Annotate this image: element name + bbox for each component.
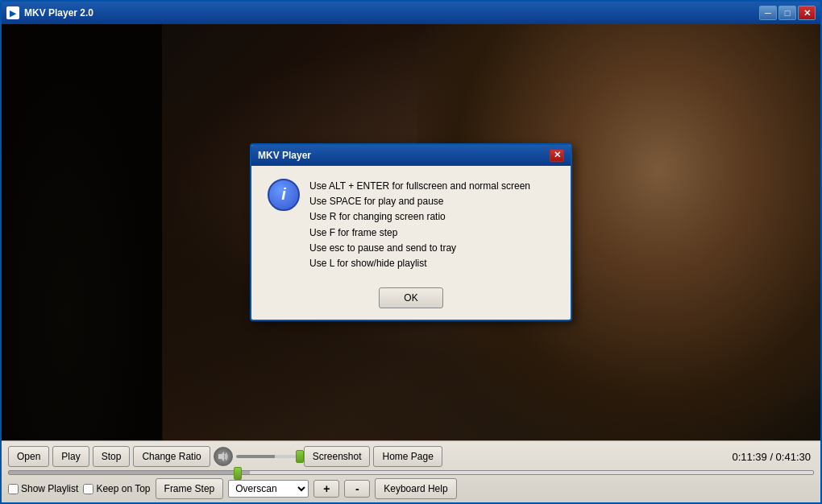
screenshot-button[interactable]: Screenshot [304, 446, 371, 467]
help-line-6: Use L for show/hide playlist [309, 256, 530, 271]
keep-on-top-text: Keep on Top [96, 483, 150, 494]
controls-row1: Open Play Stop Change Ratio Screenshot H… [8, 446, 814, 467]
info-dialog: MKV Player ✕ i Use ALT + ENTER for fulls… [250, 143, 572, 321]
frame-step-button[interactable]: Frame Step [156, 478, 224, 499]
plus-button[interactable]: + [313, 480, 339, 498]
speaker-svg [218, 451, 229, 462]
video-area: MKV Player ✕ i Use ALT + ENTER for fulls… [2, 24, 820, 440]
show-playlist-label[interactable]: Show Playlist [8, 483, 78, 494]
help-line-2: Use SPACE for play and pause [309, 194, 530, 209]
seek-bar[interactable] [8, 470, 814, 475]
keyboard-help-button[interactable]: Keyboard Help [375, 478, 456, 499]
title-bar: ▶ MKV Player 2.0 ─ □ ✕ [2, 2, 820, 24]
maximize-button[interactable]: □ [778, 6, 796, 20]
controls-row2: Show Playlist Keep on Top Frame Step Ove… [8, 478, 814, 499]
keep-on-top-label[interactable]: Keep on Top [83, 483, 150, 494]
seek-row [8, 470, 814, 475]
dialog-title-bar: MKV Player ✕ [251, 145, 571, 166]
dialog-overlay: MKV Player ✕ i Use ALT + ENTER for fulls… [2, 24, 820, 440]
minimize-button[interactable]: ─ [759, 6, 777, 20]
help-line-4: Use F for frame step [309, 225, 530, 241]
play-button[interactable]: Play [52, 446, 89, 467]
stop-button[interactable]: Stop [93, 446, 131, 467]
main-window: ▶ MKV Player 2.0 ─ □ ✕ MKV Player ✕ i [0, 0, 822, 504]
show-playlist-checkbox[interactable] [8, 484, 19, 494]
app-icon: ▶ [6, 6, 19, 19]
show-playlist-text: Show Playlist [21, 483, 78, 494]
dialog-title: MKV Player [258, 150, 550, 161]
overscan-dropdown[interactable]: Overscan Normal Widescreen Zoom [228, 480, 309, 498]
dialog-body: i Use ALT + ENTER for fullscreen and nor… [251, 166, 571, 281]
volume-slider[interactable] [236, 455, 301, 458]
dialog-text: Use ALT + ENTER for fullscreen and norma… [309, 179, 530, 271]
volume-icon[interactable] [214, 447, 233, 466]
help-line-1: Use ALT + ENTER for fullscreen and norma… [309, 179, 530, 194]
keep-on-top-checkbox[interactable] [83, 484, 93, 494]
info-icon: i [268, 179, 300, 211]
help-line-5: Use esc to pause and send to tray [309, 241, 530, 256]
window-title: MKV Player 2.0 [24, 7, 759, 19]
seek-thumb[interactable] [234, 467, 242, 480]
dialog-close-button[interactable]: ✕ [550, 149, 564, 162]
svg-marker-0 [218, 452, 224, 461]
home-page-button[interactable]: Home Page [373, 446, 442, 467]
window-controls: ─ □ ✕ [759, 6, 816, 20]
ok-button[interactable]: OK [379, 287, 443, 308]
help-line-3: Use R for changing screen ratio [309, 209, 530, 225]
window-close-button[interactable]: ✕ [798, 6, 816, 20]
controls-bar: Open Play Stop Change Ratio Screenshot H… [2, 440, 820, 502]
open-button[interactable]: Open [8, 446, 49, 467]
volume-thumb[interactable] [296, 450, 304, 463]
time-display: 0:11:39 / 0:41:30 [732, 451, 814, 463]
minus-button[interactable]: - [344, 480, 370, 498]
dialog-footer: OK [251, 281, 571, 320]
change-ratio-button[interactable]: Change Ratio [133, 446, 210, 467]
